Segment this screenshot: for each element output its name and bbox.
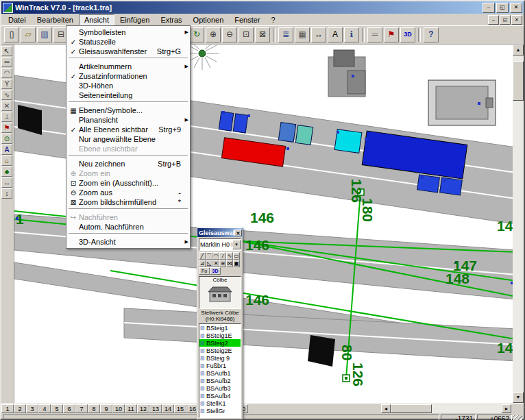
menu-item-autom-nachfuehren[interactable]: Autom. Nachführen bbox=[68, 222, 188, 232]
page-tab[interactable]: 6 bbox=[63, 404, 75, 413]
double-slip-icon[interactable]: ⋈ bbox=[226, 260, 233, 267]
handle[interactable] bbox=[443, 179, 446, 182]
list-item-stellgr[interactable]: ▥ StellGr bbox=[199, 407, 241, 415]
menu-item-3d-ansicht[interactable]: 3D-Ansicht ▶ bbox=[68, 237, 188, 247]
page-tab[interactable]: 5 bbox=[51, 404, 63, 413]
zoom-out-button[interactable]: ⊖ bbox=[222, 27, 237, 42]
resize-grip[interactable] bbox=[513, 415, 522, 420]
scroll-left-button[interactable]: ◄ bbox=[381, 404, 391, 413]
menubar-fenster[interactable]: Fenster bbox=[229, 14, 265, 25]
menu-item-planansicht[interactable]: Planansicht ▶ bbox=[68, 115, 188, 125]
accessories-icon[interactable]: ▣ bbox=[233, 260, 240, 267]
turnout-tool[interactable]: Y bbox=[1, 79, 12, 89]
turnout-left-icon[interactable]: ◺ bbox=[206, 260, 212, 267]
list-item-bsaufb4[interactable]: ▥ BSAufb4 bbox=[199, 392, 241, 399]
menubar-bearbeiten[interactable]: Bearbeiten bbox=[32, 14, 79, 25]
signal-button[interactable]: ⚑ bbox=[384, 27, 399, 42]
scroll-up-button[interactable]: ▲ bbox=[513, 45, 524, 55]
scroll-down-button[interactable]: ▼ bbox=[513, 392, 524, 403]
crossing-icon[interactable]: ✕ bbox=[212, 260, 219, 267]
handle[interactable] bbox=[286, 147, 289, 150]
track-slope-icon[interactable]: / bbox=[219, 252, 226, 260]
crossing-tool[interactable]: ✕ bbox=[1, 101, 12, 111]
mdi-minimize-button[interactable]: – bbox=[488, 15, 499, 25]
horizontal-scrollbar-thumb[interactable] bbox=[391, 404, 432, 413]
3d-symbols-toggle[interactable]: 3D bbox=[210, 267, 221, 275]
grid-button[interactable]: ▦ bbox=[295, 27, 310, 42]
turnout-right-icon[interactable]: ⊿ bbox=[199, 260, 206, 267]
tunnel-portal-lower[interactable] bbox=[308, 335, 335, 367]
menu-item-alle-ebenen-sichtbar[interactable]: ✓ Alle Ebenen sichtbar Strg+9 bbox=[68, 125, 188, 134]
handle[interactable] bbox=[247, 114, 250, 117]
page-tab[interactable]: 7 bbox=[75, 404, 88, 413]
contact-tool[interactable]: ⊙ bbox=[1, 134, 12, 144]
layers-button[interactable]: ≣ bbox=[278, 27, 293, 42]
gleisauswahl-panel[interactable]: Gleisauswahl ✕ Märklin H0 Kun ▼ ╱ ⌒ ◠ / … bbox=[197, 227, 243, 420]
page-tab[interactable]: 4 bbox=[38, 404, 51, 413]
vertical-scrollbar-thumb[interactable] bbox=[513, 61, 524, 101]
redraw-button[interactable]: ↻ bbox=[189, 27, 204, 42]
menubar-datei[interactable]: Datei bbox=[3, 14, 32, 25]
wagon-blue-3[interactable] bbox=[278, 123, 295, 143]
list-item-fussbr1[interactable]: ▥ Fußbr1 bbox=[199, 362, 241, 369]
flex-track-tool[interactable]: ∿ bbox=[1, 90, 12, 100]
track-curve-icon[interactable]: ⌒ bbox=[206, 252, 212, 260]
text-tool[interactable]: A bbox=[1, 145, 12, 155]
menu-item-nur-angewaehlte-ebene[interactable]: Nur angewählte Ebene bbox=[68, 134, 188, 144]
track-diagonal-icon[interactable]: ╱ bbox=[199, 252, 206, 260]
panel-close-button[interactable]: ✕ bbox=[234, 230, 242, 236]
menu-item-neu-zeichnen[interactable]: Neu zeichnen Strg+B bbox=[68, 159, 188, 169]
page-tab[interactable]: 14 bbox=[162, 404, 174, 413]
straight-track-button[interactable]: ═ bbox=[367, 27, 382, 42]
handle[interactable] bbox=[478, 102, 480, 105]
zoom-fit-button[interactable]: ⊠ bbox=[255, 27, 270, 42]
menu-item-gleisauswahlfenster[interactable]: ✓ Gleisauswahlfenster Strg+G bbox=[68, 47, 188, 56]
page-tab[interactable]: 2 bbox=[14, 404, 26, 413]
symbol-list[interactable]: ▥ BSteig1 ▥ BSteig1E ▥ BSteig2 ▥ BSteig2… bbox=[199, 323, 241, 418]
menu-item-ebenen-symbole[interactable]: ▦ Ebenen/Symbole... bbox=[68, 106, 188, 115]
minimize-button[interactable]: – bbox=[483, 3, 495, 13]
list-item-bsteig2[interactable]: ▥ BSteig2 bbox=[199, 339, 241, 347]
menu-item-zoom-bildschirmfuellend[interactable]: ⊠ Zoom bildschirmfüllend * bbox=[68, 197, 188, 207]
menubar-extras[interactable]: Extras bbox=[155, 14, 187, 25]
open-file-button[interactable]: ▱ bbox=[21, 27, 36, 42]
menu-item-seiteneinteilung[interactable]: Seiteneinteilung bbox=[68, 90, 188, 100]
handle[interactable] bbox=[511, 282, 513, 284]
building-station[interactable] bbox=[428, 80, 496, 125]
menu-item-zoom-aus[interactable]: ⊖ Zoom aus - bbox=[68, 188, 188, 197]
list-item-bsaufb2[interactable]: ▥ BSAufb2 bbox=[199, 377, 241, 384]
mdi-restore-button[interactable]: ◱ bbox=[500, 15, 511, 25]
select-tool[interactable]: ↖ bbox=[1, 46, 12, 56]
building-group-small[interactable] bbox=[328, 50, 365, 97]
menu-item-zusatzinformationen[interactable]: ✓ Zusatzinformationen bbox=[68, 71, 188, 81]
track-system-select[interactable]: Märklin H0 Kun ▼ bbox=[199, 238, 241, 251]
menubar-einfuegen[interactable]: Einfügen bbox=[114, 14, 155, 25]
handle[interactable] bbox=[352, 75, 354, 77]
close-button[interactable]: ✕ bbox=[510, 3, 522, 13]
menu-item-symbolleisten[interactable]: Symbolleisten ▶ bbox=[68, 27, 188, 37]
zoom-in-button[interactable]: ⊕ bbox=[206, 27, 221, 42]
signal-box-icon[interactable]: Fo bbox=[199, 267, 210, 275]
wagon-blue-5[interactable] bbox=[440, 177, 463, 195]
tree-symbol[interactable] bbox=[186, 45, 219, 70]
page-tab[interactable]: 13 bbox=[149, 404, 162, 413]
page-tab[interactable]: 15 bbox=[174, 404, 186, 413]
page-tab[interactable]: 3 bbox=[26, 404, 38, 413]
track-arc-icon[interactable]: ◠ bbox=[212, 252, 219, 260]
zoom-window-button[interactable]: ⊡ bbox=[239, 27, 254, 42]
title-bar[interactable]: WinTrack V7.0 - [track1.tra] – ◱ ✕ bbox=[1, 1, 524, 14]
scroll-right-button[interactable]: ► bbox=[502, 404, 511, 413]
gradient-icon[interactable]: ≋ bbox=[219, 260, 226, 267]
wagon-blue-2[interactable] bbox=[233, 114, 247, 133]
mdi-close-button[interactable]: ✕ bbox=[511, 15, 522, 25]
page-tab[interactable]: 8 bbox=[88, 404, 100, 413]
horizontal-scrollbar[interactable]: ◄ ► bbox=[381, 404, 511, 413]
signal-tool[interactable]: ⚑ bbox=[1, 123, 12, 133]
list-item-bsteig1e[interactable]: ▥ BSteig1E bbox=[199, 332, 241, 339]
menu-item-statuszeile[interactable]: ✓ Statuszeile bbox=[68, 37, 188, 47]
help-button[interactable]: ? bbox=[424, 27, 439, 42]
handle[interactable] bbox=[421, 176, 424, 179]
handle[interactable] bbox=[365, 138, 367, 140]
list-item-bsteig1[interactable]: ▥ BSteig1 bbox=[199, 324, 241, 332]
save-button[interactable]: ▥ bbox=[37, 27, 52, 42]
